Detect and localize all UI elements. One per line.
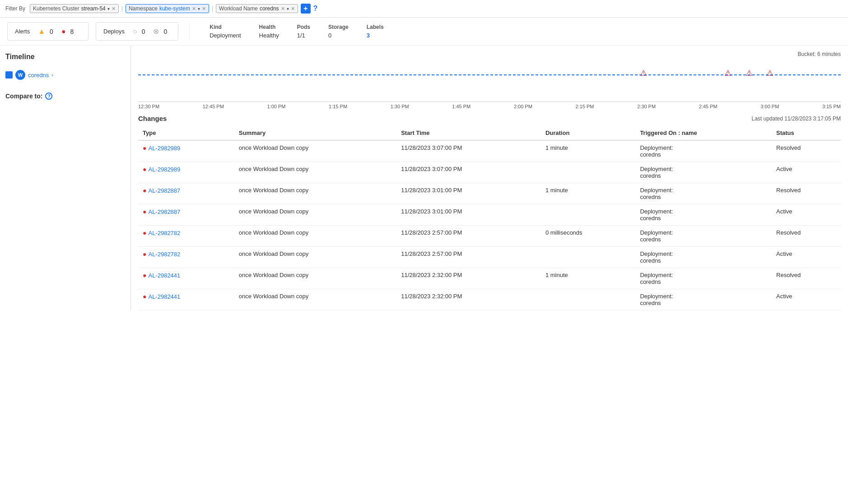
- changes-table: Type Summary Start Time Duration Trigger…: [138, 126, 841, 310]
- storage-col: Storage 0: [328, 24, 349, 39]
- info-columns: Kind Deployment Health Healthy Pods 1/1 …: [200, 22, 841, 41]
- timeline-alert-3[interactable]: ⚠: [745, 68, 753, 78]
- workload-name-value: coredns: [260, 5, 279, 12]
- alerts-box: Alerts ▲ 0 ● 8: [7, 22, 89, 41]
- error-dot-icon: ●: [143, 272, 146, 279]
- pods-value: 1/1: [297, 32, 310, 39]
- cell-type: ● AL-2982782: [138, 247, 234, 268]
- cell-summary: once Workload Down copy: [234, 268, 396, 289]
- cell-type: ● AL-2982989: [138, 162, 234, 183]
- timeline-sidebar: Timeline W coredns › Compare to: ?: [0, 46, 131, 310]
- error-dot-icon: ●: [143, 144, 146, 152]
- changes-table-header: Type Summary Start Time Duration Trigger…: [138, 126, 841, 140]
- namespace-clear-icon[interactable]: ✕: [192, 6, 196, 12]
- deploys-x-count: 0: [163, 28, 167, 35]
- compare-to-text: Compare to:: [5, 92, 42, 100]
- pods-col: Pods 1/1: [297, 24, 310, 39]
- cell-type: ● AL-2982887: [138, 204, 234, 226]
- cell-start-time: 11/28/2023 2:32:00 PM: [396, 268, 541, 289]
- cell-status: Resolved: [772, 268, 841, 289]
- workload-name-key: Workload Name: [219, 5, 258, 12]
- labels-col: Labels 3: [367, 24, 384, 39]
- table-row: ● AL-2982441once Workload Down copy11/28…: [138, 268, 841, 289]
- add-filter-button[interactable]: +: [301, 4, 311, 14]
- cell-summary: once Workload Down copy: [234, 247, 396, 268]
- workload-name-remove-icon[interactable]: ✕: [291, 6, 295, 12]
- cell-status: Resolved: [772, 226, 841, 247]
- filter-by-label: Filter By: [5, 5, 25, 12]
- alerts-error-count: 8: [70, 28, 74, 35]
- alert-id-link[interactable]: ● AL-2982989: [143, 166, 230, 173]
- alerts-warn-count: 0: [50, 28, 53, 35]
- table-row: ● AL-2982782once Workload Down copy11/28…: [138, 226, 841, 247]
- error-circle-icon: ●: [61, 28, 66, 36]
- cell-type: ● AL-2982782: [138, 226, 234, 247]
- xaxis-label-5: 1:45 PM: [452, 104, 471, 109]
- bucket-label: Bucket: 6 minutes: [138, 51, 841, 57]
- alert-id-link[interactable]: ● AL-2982887: [143, 187, 230, 194]
- alert-id-link[interactable]: ● AL-2982887: [143, 208, 230, 215]
- compare-help-icon[interactable]: ?: [45, 92, 52, 100]
- changes-section: Changes Last updated 11/28/2023 3:17:05 …: [138, 115, 841, 310]
- pods-label: Pods: [297, 24, 310, 30]
- changes-header: Changes Last updated 11/28/2023 3:17:05 …: [138, 115, 841, 122]
- cell-status: Active: [772, 204, 841, 226]
- kubernetes-cluster-filter[interactable]: Kubernetes Cluster stream-54 ▾ ✕: [30, 4, 119, 13]
- cell-summary: once Workload Down copy: [234, 162, 396, 183]
- table-row: ● AL-2982887once Workload Down copy11/28…: [138, 183, 841, 204]
- error-dot-icon: ●: [143, 208, 146, 215]
- cell-triggered-on: Deployment: coredns: [635, 204, 772, 226]
- workload-item[interactable]: W coredns ›: [5, 68, 125, 82]
- col-duration: Duration: [541, 126, 635, 140]
- storage-value: 0: [328, 32, 349, 39]
- xaxis-label-2: 1:00 PM: [267, 104, 285, 109]
- workload-name-dropdown-icon[interactable]: ▾: [287, 6, 289, 11]
- namespace-filter[interactable]: Namespace kube-system ✕ ▾ ✕: [126, 4, 209, 13]
- timeline-main: Bucket: 6 minutes ⚠ ⚠ ⚠ ⚠ 12:30 PM 12:45…: [131, 46, 848, 310]
- cell-duration: [541, 162, 635, 183]
- namespace-dropdown-icon[interactable]: ▾: [198, 6, 200, 11]
- namespace-remove-icon[interactable]: ✕: [202, 6, 206, 12]
- alert-id-link[interactable]: ● AL-2982782: [143, 229, 230, 236]
- labels-value: 3: [367, 32, 384, 39]
- error-dot-icon: ●: [143, 187, 146, 194]
- workload-name-clear-icon[interactable]: ✕: [281, 6, 285, 12]
- kubernetes-cluster-remove-icon[interactable]: ✕: [112, 6, 116, 12]
- cell-triggered-on: Deployment: coredns: [635, 289, 772, 310]
- xaxis-label-8: 2:30 PM: [637, 104, 656, 109]
- workload-name-filter[interactable]: Workload Name coredns ✕ ▾ ✕: [216, 4, 298, 13]
- timeline-alert-1[interactable]: ⚠: [640, 68, 647, 78]
- kind-value: Deployment: [210, 32, 241, 39]
- cell-start-time: 11/28/2023 3:07:00 PM: [396, 162, 541, 183]
- cell-triggered-on: Deployment: coredns: [635, 162, 772, 183]
- cell-triggered-on: Deployment: coredns: [635, 140, 772, 162]
- cell-summary: once Workload Down copy: [234, 226, 396, 247]
- timeline-section: Timeline W coredns › Compare to: ? Bucke…: [0, 46, 848, 310]
- alert-id-link[interactable]: ● AL-2982989: [143, 144, 230, 152]
- xaxis-label-9: 2:45 PM: [699, 104, 718, 109]
- namespace-value: kube-system: [159, 5, 190, 12]
- cell-triggered-on: Deployment: coredns: [635, 226, 772, 247]
- cell-duration: [541, 289, 635, 310]
- alert-id-link[interactable]: ● AL-2982441: [143, 293, 230, 300]
- stats-row: Alerts ▲ 0 ● 8 Deploys ○ 0 ⊗ 0 Kind Depl…: [0, 18, 848, 46]
- alert-id-link[interactable]: ● AL-2982782: [143, 250, 230, 258]
- compare-section: Compare to: ?: [5, 92, 125, 100]
- kubernetes-cluster-dropdown-icon[interactable]: ▾: [107, 6, 110, 11]
- health-value: Healthy: [259, 32, 279, 39]
- timeline-alert-4[interactable]: ⚠: [766, 68, 773, 78]
- xaxis-label-11: 3:15 PM: [822, 104, 841, 109]
- col-triggered-on: Triggered On : name: [635, 126, 772, 140]
- timeline-alert-2[interactable]: ⚠: [724, 68, 732, 78]
- kubernetes-cluster-value: stream-54: [81, 5, 106, 12]
- workload-square-icon: [5, 71, 13, 79]
- filter-help-button[interactable]: ?: [313, 5, 318, 13]
- cell-summary: once Workload Down copy: [234, 140, 396, 162]
- cell-status: Active: [772, 247, 841, 268]
- cell-duration: 1 minute: [541, 268, 635, 289]
- xaxis-label-7: 2:15 PM: [576, 104, 594, 109]
- col-status: Status: [772, 126, 841, 140]
- cell-type: ● AL-2982887: [138, 183, 234, 204]
- alert-id-link[interactable]: ● AL-2982441: [143, 272, 230, 279]
- cell-triggered-on: Deployment: coredns: [635, 183, 772, 204]
